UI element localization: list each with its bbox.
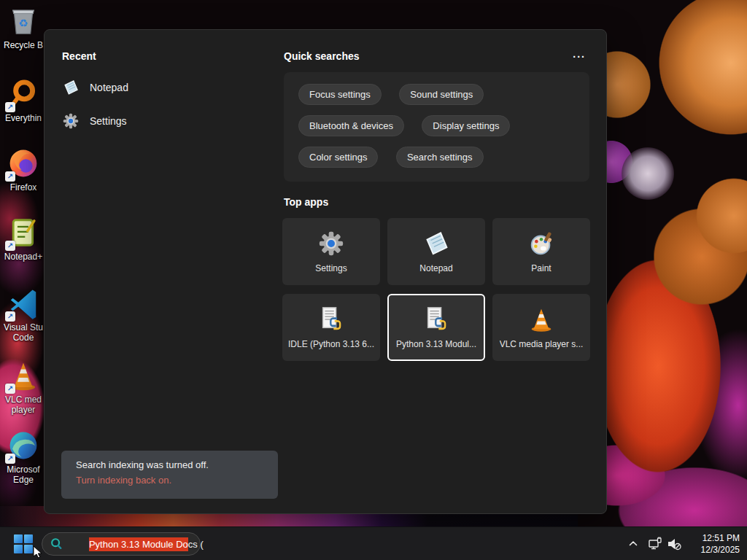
shortcut-arrow-icon: ↗ [5, 102, 15, 112]
desktop-icon-label: Everythin [1, 113, 46, 123]
start-button[interactable] [14, 534, 33, 553]
top-apps-title: Top apps [284, 196, 328, 208]
desktop-icon-label: Visual Stu Code [1, 322, 46, 343]
recent-item-label: Notepad [90, 82, 128, 93]
gear-icon [62, 112, 80, 130]
tile-label: VLC media player s... [500, 339, 584, 349]
quick-search-pill[interactable]: Display settings [422, 115, 510, 136]
windows-logo-icon [14, 545, 23, 553]
recent-item-notepad[interactable]: Notepad [62, 77, 252, 98]
edge-icon: ↗ [7, 429, 40, 462]
desktop-icon-label: Microsof Edge [1, 464, 46, 485]
desktop-icon-everything[interactable]: ↗ Everythin [1, 77, 46, 123]
search-icon [50, 537, 63, 551]
desktop-screen: ♻ Recycle B ↗ Everythin ↗ Fi [0, 0, 747, 560]
desktop-icon-notepad-plus-plus[interactable]: ↗ Notepad+ [1, 216, 46, 262]
tile-label: Paint [531, 263, 551, 273]
tile-label: Python 3.13 Modul... [396, 339, 476, 349]
desktop-icon-vscode[interactable]: ↗ Visual Stu Code [1, 287, 46, 343]
top-app-tile-vlc[interactable]: VLC media player s... [492, 294, 590, 361]
windows-logo-icon [14, 534, 23, 543]
volume-muted-icon[interactable] [665, 535, 683, 553]
clock[interactable]: 12:51 PM 12/3/2025 [701, 532, 740, 556]
turn-indexing-on-link[interactable]: Turn indexing back on. [76, 475, 278, 486]
quick-search-pill[interactable]: Search settings [396, 147, 484, 168]
quick-search-pill[interactable]: Focus settings [298, 84, 382, 105]
shortcut-arrow-icon: ↗ [5, 454, 15, 464]
recent-section-title: Recent [62, 50, 96, 62]
desktop-icon-label: Firefox [1, 182, 46, 192]
python-doc-icon [422, 306, 450, 333]
recent-item-label: Settings [90, 115, 127, 127]
shortcut-arrow-icon: ↗ [5, 311, 15, 322]
shortcut-arrow-icon: ↗ [5, 384, 15, 394]
quick-searches-card: Focus settings Sound settings Bluetooth … [284, 72, 589, 182]
windows-logo-icon [24, 545, 33, 553]
desktop-icon-label: Recycle B [1, 40, 46, 50]
notification-message: Search indexing was turned off. [76, 459, 278, 470]
tile-label: Settings [315, 263, 347, 273]
svg-text:♻: ♻ [18, 17, 28, 29]
recent-item-settings[interactable]: Settings [62, 110, 252, 132]
desktop-icon-label: VLC med player [1, 394, 46, 415]
network-icon[interactable] [646, 535, 664, 553]
more-options-button[interactable]: ... [573, 50, 586, 58]
top-app-tile-paint[interactable]: Paint [492, 218, 590, 285]
notepad-plus-plus-icon: ↗ [7, 216, 40, 249]
search-text-selected: Python 3.13 Module Do [89, 537, 188, 551]
clock-time: 12:51 PM [701, 532, 740, 544]
top-app-tile-idle-python[interactable]: IDLE (Python 3.13 6... [282, 294, 380, 361]
quick-searches-title: Quick searches [284, 50, 360, 62]
top-app-tile-python-module-docs[interactable]: Python 3.13 Modul... [387, 294, 485, 361]
taskbar-search-box[interactable]: Python 3.13 Module Docs ( [42, 532, 201, 556]
desktop-icon-recycle-bin[interactable]: ♻ Recycle B [1, 4, 46, 50]
shortcut-arrow-icon: ↗ [5, 241, 15, 251]
tray-chevron-up-icon[interactable] [624, 535, 642, 553]
top-app-tile-notepad[interactable]: Notepad [387, 218, 485, 285]
desktop-icon-firefox[interactable]: ↗ Firefox [1, 147, 46, 192]
vlc-cone-icon [527, 306, 555, 333]
indexing-notification: Search indexing was turned off. Turn ind… [61, 451, 278, 499]
notepad-icon [422, 230, 450, 257]
taskbar: Python 3.13 Module Docs ( 12: [0, 526, 747, 560]
everything-icon: ↗ [7, 77, 40, 111]
quick-search-pill[interactable]: Bluetooth & devices [298, 115, 404, 136]
desktop-icon-edge[interactable]: ↗ Microsof Edge [1, 429, 46, 485]
desktop-icon-vlc[interactable]: ↗ VLC med player [1, 359, 46, 415]
shortcut-arrow-icon: ↗ [5, 171, 15, 182]
tile-label: IDLE (Python 3.13 6... [288, 339, 374, 349]
search-flyout-panel: Recent Notepad [44, 29, 607, 514]
paint-icon [527, 230, 555, 257]
tile-label: Notepad [419, 263, 452, 273]
clock-date: 12/3/2025 [701, 544, 740, 556]
top-app-tile-settings[interactable]: Settings [282, 218, 380, 285]
gear-icon [317, 230, 345, 257]
vlc-cone-icon: ↗ [7, 359, 40, 392]
notepad-icon [62, 79, 80, 96]
python-doc-icon [317, 306, 345, 333]
firefox-icon: ↗ [7, 147, 40, 180]
search-text-rest: cs ( [188, 539, 204, 550]
vscode-icon: ↗ [7, 287, 40, 320]
desktop-icon-label: Notepad+ [1, 252, 46, 262]
windows-logo-icon [24, 534, 33, 543]
recycle-bin-icon: ♻ [7, 4, 40, 38]
quick-search-pill[interactable]: Color settings [298, 147, 378, 168]
quick-search-pill[interactable]: Sound settings [399, 84, 484, 105]
